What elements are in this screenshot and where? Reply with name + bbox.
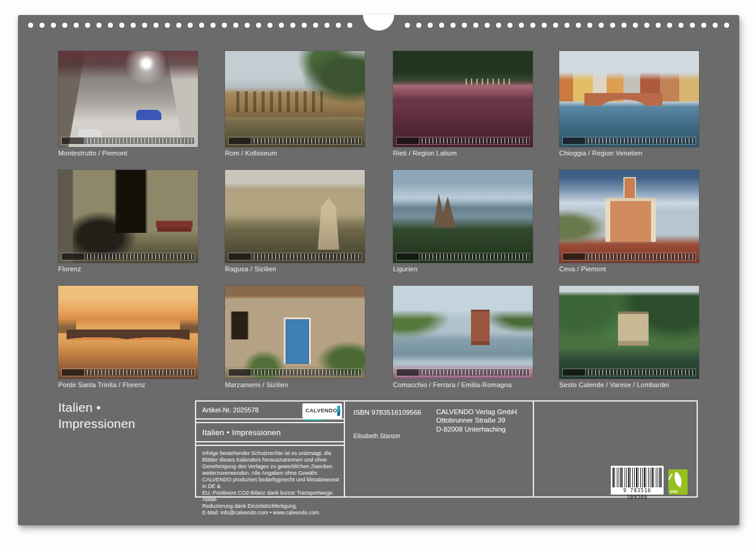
calendar-page-thumbnail: Ceva / Piemont (559, 170, 699, 272)
calendar-page-thumbnail: Chioggia / Region Venetien (559, 51, 699, 157)
photo-florenz (58, 170, 198, 263)
calendar-page-thumbnail: Sesto Calende / Varese / Lombardei (559, 286, 699, 388)
mini-calendar-strip (563, 253, 695, 260)
photo-ponte-santa-trinita-florenz (58, 286, 198, 379)
calvendo-calendar-icon (337, 406, 340, 417)
calendar-page-thumbnail: Rieti / Region Latium (393, 51, 533, 157)
info-column-middle: ISBN 9783516109566 CALVENDO Verlag GmbH … (345, 402, 534, 496)
isbn-text: ISBN 9783516109566 (353, 409, 421, 416)
barcode-bars (613, 468, 662, 487)
eco-logo: eco (668, 469, 688, 495)
info-column-right: 9 783516 109566 eco (534, 402, 697, 496)
photo-rieti-region-latium (393, 51, 533, 147)
mini-calendar-strip (229, 253, 361, 260)
back-cover-title: Italien • Impressionen (58, 399, 135, 432)
mini-calendar-strip (563, 137, 695, 144)
mini-calendar-strip (62, 137, 194, 144)
mini-calendar-strip (229, 369, 361, 376)
calendar-page-thumbnail: Florenz (58, 170, 198, 272)
calvendo-logo: CALVENDO (302, 403, 342, 418)
calendar-page-thumbnail: Ragusa / Sizilien (225, 170, 365, 272)
calendar-back-sheet: Montestrutto / Piemont Rom / Kolloseum R… (18, 15, 739, 525)
photo-comacchio-ferrara-emilia-romagna (393, 286, 533, 379)
photo-chioggia-region-venetien (559, 51, 699, 147)
photo-caption: Ceva / Piemont (559, 265, 699, 272)
calendar-page-thumbnail: Comacchio / Ferrara / Emilia-Romagna (393, 286, 533, 388)
artikel-nr-text: Artikel-Nr. 2025578 (202, 406, 259, 414)
photo-caption: Marzamemi / Sizilien (225, 381, 365, 388)
photo-rom-kolloseum (225, 51, 365, 147)
barcode-digits: 9 783516 109566 (613, 487, 662, 501)
photo-caption: Rom / Kolloseum (225, 149, 365, 157)
photo-caption: Florenz (58, 265, 198, 272)
calendar-page-thumbnail: Ligurien (393, 170, 533, 272)
author-name: Elisabeth Stanzer (353, 433, 400, 439)
photo-montestrutto-piemont (58, 51, 198, 147)
artikel-nr-cell: Artikel-Nr. 2025578 CALVENDO (196, 402, 344, 420)
eco-label: eco (670, 489, 677, 493)
calendar-page-thumbnail: Rom / Kolloseum (225, 51, 365, 157)
barcode: 9 783516 109566 (611, 466, 664, 495)
photo-ragusa-sizilien (225, 170, 365, 263)
photo-caption: Ponte Santa Trinita / Florenz (58, 381, 198, 388)
calvendo-logo-text: CALVENDO (305, 402, 337, 421)
publisher-address: CALVENDO Verlag GmbH Ottobrunner Straße … (436, 408, 517, 433)
product-title-cell: Italien • Impressionen (196, 422, 344, 442)
calvendo-tagline (305, 420, 322, 421)
calendar-page-thumbnail: Marzamemi / Sizilien (225, 286, 365, 388)
info-column-left: Artikel-Nr. 2025578 CALVENDO Italien • I… (196, 402, 345, 496)
mini-calendar-strip (397, 253, 529, 260)
photo-caption: Sesto Calende / Varese / Lombardei (559, 381, 699, 388)
calendar-page-thumbnail: Montestrutto / Piemont (58, 51, 198, 157)
calendar-page-thumbnail: Ponte Santa Trinita / Florenz (58, 286, 198, 388)
photo-caption: Ragusa / Sizilien (225, 265, 365, 272)
mini-calendar-strip (397, 137, 529, 144)
photo-caption: Comacchio / Ferrara / Emilia-Romagna (393, 381, 533, 388)
barcode-area: 9 783516 109566 eco (611, 466, 688, 495)
photo-caption: Rieti / Region Latium (393, 149, 533, 157)
mini-calendar-strip (229, 137, 361, 144)
mini-calendar-strip (62, 253, 194, 260)
photo-sesto-calende-varese-lombardei (559, 286, 699, 379)
info-table: Artikel-Nr. 2025578 CALVENDO Italien • I… (195, 400, 698, 498)
eco-leaf-icon (671, 472, 685, 487)
mini-calendar-strip (397, 369, 529, 376)
eco-leaf-stem (668, 474, 673, 490)
photo-ligurien (393, 170, 533, 263)
photo-caption: Montestrutto / Piemont (58, 149, 198, 157)
mini-calendar-strip (62, 369, 194, 376)
legal-text: Infolge bestehender Schutzrechte ist es … (196, 445, 344, 520)
mini-calendar-strip (563, 369, 695, 376)
photo-ceva-piemont (559, 170, 699, 263)
photo-marzamemi-sizilien (225, 286, 365, 379)
photo-caption: Ligurien (393, 265, 533, 272)
photo-caption: Chioggia / Region Venetien (559, 149, 699, 157)
